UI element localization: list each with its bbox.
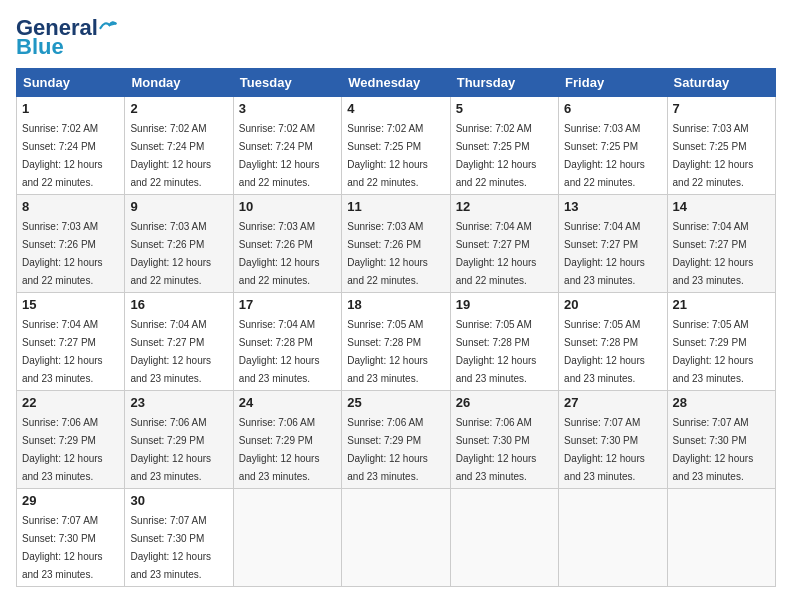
day-number: 23 xyxy=(130,395,227,410)
calendar-day-23: 23 Sunrise: 7:06 AMSunset: 7:29 PMDaylig… xyxy=(125,391,233,489)
day-info: Sunrise: 7:03 AMSunset: 7:26 PMDaylight:… xyxy=(239,221,320,286)
weekday-header-wednesday: Wednesday xyxy=(342,69,450,97)
day-info: Sunrise: 7:02 AMSunset: 7:24 PMDaylight:… xyxy=(130,123,211,188)
calendar-day-28: 28 Sunrise: 7:07 AMSunset: 7:30 PMDaylig… xyxy=(667,391,775,489)
calendar-day-16: 16 Sunrise: 7:04 AMSunset: 7:27 PMDaylig… xyxy=(125,293,233,391)
day-info: Sunrise: 7:06 AMSunset: 7:29 PMDaylight:… xyxy=(239,417,320,482)
day-number: 17 xyxy=(239,297,336,312)
calendar-day-26: 26 Sunrise: 7:06 AMSunset: 7:30 PMDaylig… xyxy=(450,391,558,489)
calendar-day-21: 21 Sunrise: 7:05 AMSunset: 7:29 PMDaylig… xyxy=(667,293,775,391)
day-info: Sunrise: 7:06 AMSunset: 7:29 PMDaylight:… xyxy=(22,417,103,482)
weekday-header-tuesday: Tuesday xyxy=(233,69,341,97)
calendar-day-2: 2 Sunrise: 7:02 AMSunset: 7:24 PMDayligh… xyxy=(125,97,233,195)
day-number: 7 xyxy=(673,101,770,116)
day-number: 10 xyxy=(239,199,336,214)
calendar-day-24: 24 Sunrise: 7:06 AMSunset: 7:29 PMDaylig… xyxy=(233,391,341,489)
day-number: 20 xyxy=(564,297,661,312)
calendar-day-20: 20 Sunrise: 7:05 AMSunset: 7:28 PMDaylig… xyxy=(559,293,667,391)
calendar-week-3: 15 Sunrise: 7:04 AMSunset: 7:27 PMDaylig… xyxy=(17,293,776,391)
calendar-day-17: 17 Sunrise: 7:04 AMSunset: 7:28 PMDaylig… xyxy=(233,293,341,391)
day-info: Sunrise: 7:07 AMSunset: 7:30 PMDaylight:… xyxy=(673,417,754,482)
day-info: Sunrise: 7:02 AMSunset: 7:24 PMDaylight:… xyxy=(22,123,103,188)
calendar-day-1: 1 Sunrise: 7:02 AMSunset: 7:24 PMDayligh… xyxy=(17,97,125,195)
calendar-week-5: 29 Sunrise: 7:07 AMSunset: 7:30 PMDaylig… xyxy=(17,489,776,587)
day-info: Sunrise: 7:04 AMSunset: 7:27 PMDaylight:… xyxy=(564,221,645,286)
calendar-day-13: 13 Sunrise: 7:04 AMSunset: 7:27 PMDaylig… xyxy=(559,195,667,293)
day-info: Sunrise: 7:06 AMSunset: 7:30 PMDaylight:… xyxy=(456,417,537,482)
day-number: 13 xyxy=(564,199,661,214)
weekday-header-monday: Monday xyxy=(125,69,233,97)
day-info: Sunrise: 7:02 AMSunset: 7:25 PMDaylight:… xyxy=(456,123,537,188)
calendar-day-30: 30 Sunrise: 7:07 AMSunset: 7:30 PMDaylig… xyxy=(125,489,233,587)
day-number: 4 xyxy=(347,101,444,116)
calendar-day-11: 11 Sunrise: 7:03 AMSunset: 7:26 PMDaylig… xyxy=(342,195,450,293)
calendar-day-18: 18 Sunrise: 7:05 AMSunset: 7:28 PMDaylig… xyxy=(342,293,450,391)
day-number: 11 xyxy=(347,199,444,214)
day-number: 12 xyxy=(456,199,553,214)
calendar-week-2: 8 Sunrise: 7:03 AMSunset: 7:26 PMDayligh… xyxy=(17,195,776,293)
empty-cell xyxy=(450,489,558,587)
day-info: Sunrise: 7:05 AMSunset: 7:28 PMDaylight:… xyxy=(564,319,645,384)
calendar-header-row: SundayMondayTuesdayWednesdayThursdayFrid… xyxy=(17,69,776,97)
calendar-day-9: 9 Sunrise: 7:03 AMSunset: 7:26 PMDayligh… xyxy=(125,195,233,293)
day-number: 9 xyxy=(130,199,227,214)
day-number: 1 xyxy=(22,101,119,116)
calendar-week-4: 22 Sunrise: 7:06 AMSunset: 7:29 PMDaylig… xyxy=(17,391,776,489)
calendar-day-22: 22 Sunrise: 7:06 AMSunset: 7:29 PMDaylig… xyxy=(17,391,125,489)
day-number: 26 xyxy=(456,395,553,410)
day-info: Sunrise: 7:02 AMSunset: 7:24 PMDaylight:… xyxy=(239,123,320,188)
page-header: General Blue xyxy=(16,16,776,58)
calendar-day-29: 29 Sunrise: 7:07 AMSunset: 7:30 PMDaylig… xyxy=(17,489,125,587)
day-number: 29 xyxy=(22,493,119,508)
calendar-day-25: 25 Sunrise: 7:06 AMSunset: 7:29 PMDaylig… xyxy=(342,391,450,489)
calendar-day-3: 3 Sunrise: 7:02 AMSunset: 7:24 PMDayligh… xyxy=(233,97,341,195)
day-number: 2 xyxy=(130,101,227,116)
logo: General Blue xyxy=(16,16,119,58)
day-info: Sunrise: 7:03 AMSunset: 7:26 PMDaylight:… xyxy=(22,221,103,286)
day-number: 5 xyxy=(456,101,553,116)
day-info: Sunrise: 7:05 AMSunset: 7:28 PMDaylight:… xyxy=(456,319,537,384)
day-info: Sunrise: 7:04 AMSunset: 7:28 PMDaylight:… xyxy=(239,319,320,384)
calendar-day-8: 8 Sunrise: 7:03 AMSunset: 7:26 PMDayligh… xyxy=(17,195,125,293)
day-number: 19 xyxy=(456,297,553,312)
day-number: 14 xyxy=(673,199,770,214)
empty-cell xyxy=(667,489,775,587)
calendar-day-19: 19 Sunrise: 7:05 AMSunset: 7:28 PMDaylig… xyxy=(450,293,558,391)
day-number: 22 xyxy=(22,395,119,410)
calendar-day-6: 6 Sunrise: 7:03 AMSunset: 7:25 PMDayligh… xyxy=(559,97,667,195)
weekday-header-saturday: Saturday xyxy=(667,69,775,97)
day-info: Sunrise: 7:04 AMSunset: 7:27 PMDaylight:… xyxy=(130,319,211,384)
calendar-day-10: 10 Sunrise: 7:03 AMSunset: 7:26 PMDaylig… xyxy=(233,195,341,293)
day-info: Sunrise: 7:07 AMSunset: 7:30 PMDaylight:… xyxy=(564,417,645,482)
calendar-day-14: 14 Sunrise: 7:04 AMSunset: 7:27 PMDaylig… xyxy=(667,195,775,293)
day-info: Sunrise: 7:04 AMSunset: 7:27 PMDaylight:… xyxy=(22,319,103,384)
day-info: Sunrise: 7:07 AMSunset: 7:30 PMDaylight:… xyxy=(22,515,103,580)
calendar-day-15: 15 Sunrise: 7:04 AMSunset: 7:27 PMDaylig… xyxy=(17,293,125,391)
day-info: Sunrise: 7:03 AMSunset: 7:25 PMDaylight:… xyxy=(673,123,754,188)
day-info: Sunrise: 7:04 AMSunset: 7:27 PMDaylight:… xyxy=(673,221,754,286)
logo-icon xyxy=(99,19,117,37)
day-info: Sunrise: 7:03 AMSunset: 7:26 PMDaylight:… xyxy=(347,221,428,286)
empty-cell xyxy=(233,489,341,587)
day-info: Sunrise: 7:05 AMSunset: 7:29 PMDaylight:… xyxy=(673,319,754,384)
weekday-header-thursday: Thursday xyxy=(450,69,558,97)
day-info: Sunrise: 7:02 AMSunset: 7:25 PMDaylight:… xyxy=(347,123,428,188)
day-number: 3 xyxy=(239,101,336,116)
day-number: 24 xyxy=(239,395,336,410)
calendar-day-5: 5 Sunrise: 7:02 AMSunset: 7:25 PMDayligh… xyxy=(450,97,558,195)
day-number: 30 xyxy=(130,493,227,508)
calendar-day-27: 27 Sunrise: 7:07 AMSunset: 7:30 PMDaylig… xyxy=(559,391,667,489)
day-number: 21 xyxy=(673,297,770,312)
day-info: Sunrise: 7:05 AMSunset: 7:28 PMDaylight:… xyxy=(347,319,428,384)
day-number: 16 xyxy=(130,297,227,312)
calendar-day-4: 4 Sunrise: 7:02 AMSunset: 7:25 PMDayligh… xyxy=(342,97,450,195)
calendar-day-7: 7 Sunrise: 7:03 AMSunset: 7:25 PMDayligh… xyxy=(667,97,775,195)
weekday-header-sunday: Sunday xyxy=(17,69,125,97)
calendar-table: SundayMondayTuesdayWednesdayThursdayFrid… xyxy=(16,68,776,587)
day-number: 8 xyxy=(22,199,119,214)
weekday-header-friday: Friday xyxy=(559,69,667,97)
empty-cell xyxy=(342,489,450,587)
day-info: Sunrise: 7:03 AMSunset: 7:25 PMDaylight:… xyxy=(564,123,645,188)
day-info: Sunrise: 7:06 AMSunset: 7:29 PMDaylight:… xyxy=(347,417,428,482)
calendar-day-12: 12 Sunrise: 7:04 AMSunset: 7:27 PMDaylig… xyxy=(450,195,558,293)
